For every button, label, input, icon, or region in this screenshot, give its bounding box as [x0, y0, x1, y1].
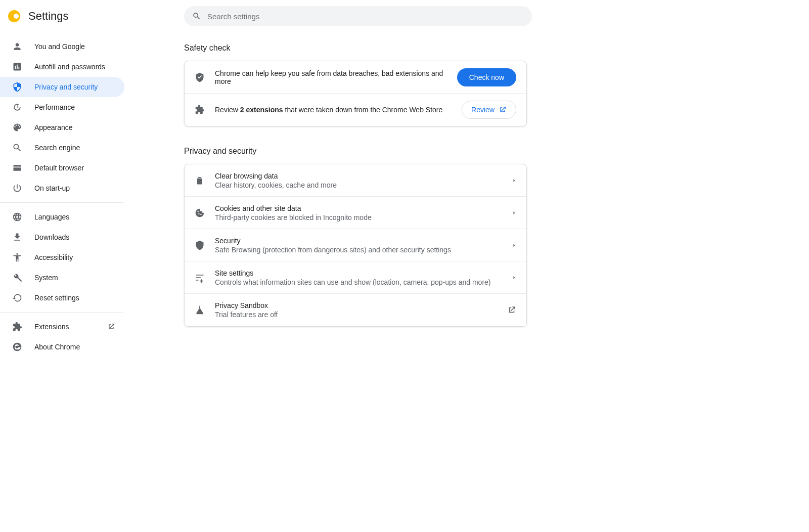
a11y-icon: [12, 252, 22, 262]
power-icon: [12, 183, 22, 193]
sidebar-item-about-chrome[interactable]: About Chrome: [0, 337, 124, 357]
shield-check-icon: [195, 72, 205, 82]
row-subtitle: Third-party cookies are blocked in Incog…: [215, 213, 512, 221]
review-button[interactable]: Review: [462, 101, 516, 119]
wrench-icon: [12, 273, 22, 283]
chevron-right-icon: [512, 243, 516, 247]
search-icon: [12, 143, 22, 153]
safety-check-card: Chrome can help keep you safe from data …: [184, 61, 527, 126]
sidebar-item-label: Extensions: [34, 323, 69, 331]
trash-icon: [195, 175, 205, 186]
privacy-row-security[interactable]: SecuritySafe Browsing (protection from d…: [185, 229, 526, 261]
row-title: Site settings: [215, 269, 512, 277]
header: Settings: [0, 0, 809, 32]
sidebar-item-label: Reset settings: [34, 294, 79, 302]
content: Safety check Chrome can help keep you sa…: [184, 32, 527, 357]
row-subtitle: Trial features are off: [215, 311, 507, 319]
row-title: Security: [215, 237, 512, 245]
sidebar-item-label: Performance: [34, 103, 75, 111]
sidebar-item-label: Accessibility: [34, 253, 73, 261]
search-icon: [192, 12, 201, 21]
sidebar-item-label: You and Google: [34, 42, 85, 51]
sidebar-divider: [0, 202, 124, 203]
perf-icon: [12, 102, 22, 112]
row-title: Clear browsing data: [215, 172, 512, 180]
reset-icon: [12, 293, 22, 303]
safety-row-text: Chrome can help keep you safe from data …: [215, 69, 457, 85]
chevron-right-icon: [512, 276, 516, 280]
sidebar-item-languages[interactable]: Languages: [0, 207, 124, 227]
extensions-review-text: Review 2 extensions that were taken down…: [215, 106, 462, 114]
sidebar-item-system[interactable]: System: [0, 268, 124, 288]
section-title-safety: Safety check: [184, 43, 527, 53]
sidebar-item-label: Downloads: [34, 233, 69, 241]
chevron-right-icon: [512, 211, 516, 215]
open-external-icon: [107, 323, 115, 331]
sidebar-item-search-engine[interactable]: Search engine: [0, 138, 124, 158]
row-title: Privacy Sandbox: [215, 301, 507, 309]
sidebar-divider: [0, 312, 124, 313]
sidebar-item-label: Search engine: [34, 144, 80, 152]
sidebar-item-label: Privacy and security: [34, 83, 98, 91]
app-title: Settings: [28, 10, 69, 23]
flask-icon: [195, 305, 205, 315]
sidebar-item-label: System: [34, 274, 58, 282]
row-subtitle: Controls what information sites can use …: [215, 278, 512, 286]
sidebar-item-extensions[interactable]: Extensions: [0, 317, 124, 337]
sidebar-item-on-start-up[interactable]: On start-up: [0, 178, 124, 198]
sidebar-item-downloads[interactable]: Downloads: [0, 227, 124, 247]
sidebar-item-label: Autofill and passwords: [34, 63, 105, 71]
sidebar-item-accessibility[interactable]: Accessibility: [0, 247, 124, 268]
sidebar-item-autofill-and-passwords[interactable]: Autofill and passwords: [0, 57, 124, 77]
person-icon: [12, 41, 22, 52]
row-title: Cookies and other site data: [215, 204, 512, 212]
tune-icon: [195, 273, 205, 283]
sidebar-item-reset-settings[interactable]: Reset settings: [0, 288, 124, 308]
sidebar-item-you-and-google[interactable]: You and Google: [0, 36, 124, 57]
search-input[interactable]: [207, 12, 524, 21]
cookie-icon: [195, 208, 205, 218]
open-external-icon: [507, 305, 516, 315]
search-box[interactable]: [184, 6, 532, 26]
shield2-icon: [195, 240, 205, 250]
palette-icon: [12, 122, 22, 132]
sidebar-item-privacy-and-security[interactable]: Privacy and security: [0, 77, 124, 97]
sidebar-item-label: Appearance: [34, 123, 73, 131]
sidebar-item-label: On start-up: [34, 184, 70, 192]
browser-icon: [12, 163, 22, 173]
safety-row-general: Chrome can help keep you safe from data …: [185, 61, 526, 94]
sidebar-item-label: About Chrome: [34, 343, 80, 351]
privacy-card: Clear browsing dataClear history, cookie…: [184, 164, 527, 327]
sidebar-item-default-browser[interactable]: Default browser: [0, 158, 124, 178]
chrome-logo-icon: [8, 10, 20, 22]
sidebar-item-label: Languages: [34, 213, 69, 221]
privacy-row-clear-browsing-data[interactable]: Clear browsing dataClear history, cookie…: [185, 164, 526, 197]
globe-icon: [12, 212, 22, 222]
chrome-icon: [12, 342, 22, 352]
row-subtitle: Safe Browsing (protection from dangerous…: [215, 246, 512, 254]
chevron-right-icon: [512, 179, 516, 183]
sidebar-item-label: Default browser: [34, 164, 84, 172]
shield-icon: [12, 82, 22, 92]
privacy-row-privacy-sandbox[interactable]: Privacy SandboxTrial features are off: [185, 294, 526, 326]
autofill-icon: [12, 62, 22, 72]
extension-icon: [195, 105, 205, 115]
sidebar-item-appearance[interactable]: Appearance: [0, 117, 124, 138]
sidebar-item-performance[interactable]: Performance: [0, 97, 124, 117]
safety-row-extensions: Review 2 extensions that were taken down…: [185, 94, 526, 126]
check-now-button[interactable]: Check now: [457, 68, 516, 86]
download-icon: [12, 232, 22, 242]
privacy-row-cookies-and-other-site-data[interactable]: Cookies and other site dataThird-party c…: [185, 197, 526, 229]
row-subtitle: Clear history, cookies, cache and more: [215, 181, 512, 189]
open-external-icon: [499, 106, 507, 114]
privacy-row-site-settings[interactable]: Site settingsControls what information s…: [185, 261, 526, 294]
sidebar: You and GoogleAutofill and passwordsPriv…: [0, 32, 124, 357]
ext-icon: [12, 322, 22, 332]
section-title-privacy: Privacy and security: [184, 147, 527, 156]
